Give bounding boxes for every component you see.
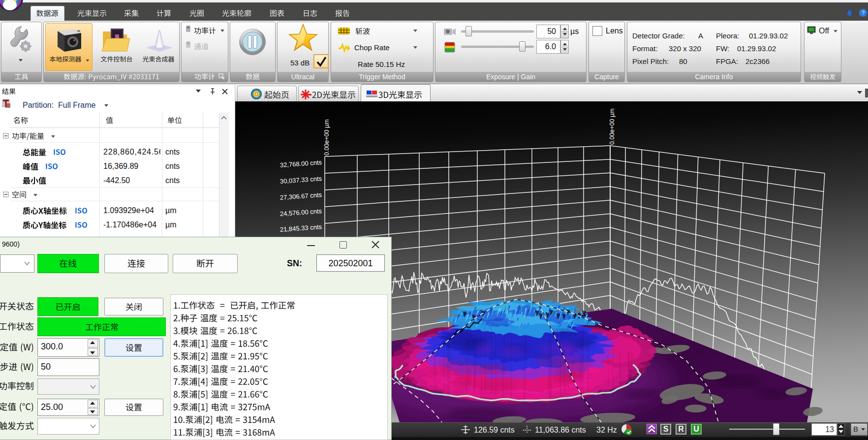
svg-text:0.00e+00 µm: 0.00e+00 µm	[323, 119, 330, 156]
svg-text:?: ?	[862, 10, 865, 16]
svg-text:0.00e+00 µm: 0.00e+00 µm	[609, 108, 616, 145]
